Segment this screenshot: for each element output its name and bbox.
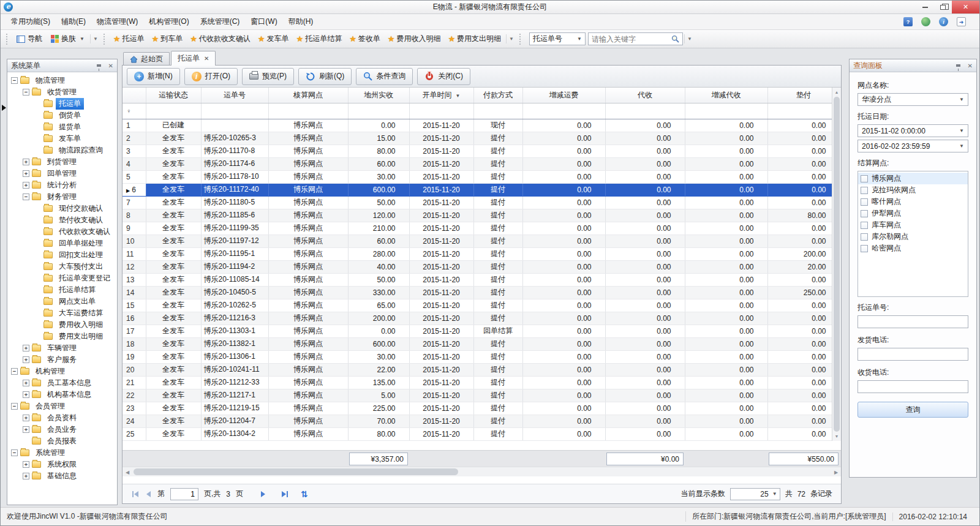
horizontal-scrollbar[interactable]: ◀ ▶ bbox=[123, 467, 841, 476]
minimize-button[interactable] bbox=[916, 1, 934, 13]
tree-item[interactable]: 托运单结算 bbox=[7, 284, 117, 296]
next-page-button[interactable] bbox=[260, 490, 266, 498]
menu-item[interactable]: 系统管理(C) bbox=[195, 14, 246, 29]
tree-expander-icon[interactable]: − bbox=[23, 89, 29, 96]
filter-cell[interactable] bbox=[522, 103, 605, 119]
tree-item[interactable]: +统计分析 bbox=[7, 179, 117, 191]
column-header[interactable]: 地州实收 bbox=[348, 88, 409, 103]
tree-expander-icon[interactable]: − bbox=[11, 77, 18, 84]
tab-close-icon[interactable]: ✕ bbox=[204, 55, 209, 62]
checkbox-icon[interactable] bbox=[861, 175, 868, 182]
table-row[interactable]: 10全发车博乐20-11197-12博乐网点60.002015-11-20提付0… bbox=[123, 235, 832, 247]
scroll-left-icon[interactable]: ◀ bbox=[123, 467, 132, 477]
tree-item[interactable]: 大车运费结算 bbox=[7, 307, 117, 319]
tree-expander-icon[interactable]: + bbox=[23, 182, 29, 189]
filter-query-button[interactable]: 条件查询 bbox=[356, 68, 413, 85]
table-row[interactable]: 21全发车博乐20-11212-33博乐网点135.002015-11-20提付… bbox=[123, 376, 832, 389]
column-header[interactable]: 垫付 bbox=[767, 88, 832, 103]
toolbar-overflow-button[interactable]: ▼ bbox=[90, 34, 100, 43]
tree-item[interactable]: 发车单 bbox=[7, 133, 117, 145]
table-row[interactable]: ▶6全发车博乐20-11172-40博乐网点600.002015-11-20提付… bbox=[123, 183, 832, 196]
column-header[interactable]: 付款方式 bbox=[473, 88, 522, 103]
menu-item[interactable]: 常用功能(S) bbox=[6, 14, 56, 29]
tree-item[interactable]: +系统权限 bbox=[7, 459, 117, 470]
tree-item[interactable]: +车辆管理 bbox=[7, 342, 117, 354]
keyword-search-box[interactable] bbox=[588, 32, 683, 45]
pin-icon[interactable] bbox=[97, 64, 101, 67]
page-number-input[interactable] bbox=[170, 488, 198, 500]
table-row[interactable]: 20全发车博乐20-10241-11博乐网点22.002015-11-20提付0… bbox=[123, 363, 832, 376]
tree-item[interactable]: +基础信息 bbox=[7, 470, 117, 482]
preview-button[interactable]: 预览(P) bbox=[242, 68, 294, 85]
checkbox-icon[interactable] bbox=[861, 210, 868, 217]
tree-item[interactable]: 费用支出明细 bbox=[7, 331, 117, 342]
filter-cell[interactable] bbox=[473, 103, 522, 119]
checkbox-icon[interactable] bbox=[861, 233, 868, 241]
filter-pin-icon[interactable]: ♀ bbox=[125, 107, 131, 115]
filter-cell[interactable] bbox=[685, 103, 767, 119]
settle-option[interactable]: 喀什网点 bbox=[858, 196, 968, 208]
column-header[interactable]: 运输状态 bbox=[146, 88, 201, 103]
tree-item[interactable]: 回扣支出处理 bbox=[7, 249, 117, 261]
favorite-item[interactable]: 签收单 bbox=[345, 32, 384, 46]
refresh-button[interactable]: 刷新(Q) bbox=[298, 68, 352, 85]
close-button[interactable]: ✕ bbox=[952, 1, 979, 13]
search-overflow-button[interactable]: ▼ bbox=[684, 34, 695, 43]
reload-data-icon[interactable]: ⇅ bbox=[301, 489, 308, 499]
previous-page-button[interactable] bbox=[145, 490, 152, 498]
scroll-right-icon[interactable]: ▶ bbox=[831, 467, 841, 477]
favorites-overflow-button[interactable]: ▼ bbox=[506, 34, 516, 43]
tree-expander-icon[interactable]: + bbox=[23, 380, 29, 386]
tree-expander-icon[interactable]: + bbox=[23, 170, 29, 177]
table-row[interactable]: 13全发车博乐20-11085-14博乐网点50.002015-11-20提付0… bbox=[123, 273, 832, 286]
column-header[interactable]: 核算网点 bbox=[268, 88, 348, 103]
menu-item[interactable]: 辅助(E) bbox=[56, 14, 91, 29]
tree-expander-icon[interactable]: + bbox=[23, 159, 29, 165]
table-row[interactable]: 3全发车博乐20-11170-8博乐网点80.002015-11-20提付0.0… bbox=[123, 145, 832, 157]
favorite-item[interactable]: 发车单 bbox=[254, 32, 293, 46]
favorite-item[interactable]: 费用收入明细 bbox=[384, 32, 445, 46]
table-row[interactable]: 23全发车博乐20-11219-15博乐网点225.002015-11-20提付… bbox=[123, 402, 832, 415]
table-row[interactable]: 15全发车博乐20-10262-5博乐网点65.002015-11-20提付0.… bbox=[123, 299, 832, 312]
settle-option[interactable]: 克拉玛依网点 bbox=[858, 184, 968, 196]
tree-item[interactable]: 物流跟踪查询 bbox=[7, 145, 117, 156]
tree-expander-icon[interactable]: − bbox=[11, 449, 18, 456]
new-button[interactable]: + 新增(N) bbox=[127, 68, 180, 85]
horizontal-scroll-thumb[interactable] bbox=[134, 468, 458, 475]
filter-cell[interactable] bbox=[348, 103, 409, 119]
date-from-select[interactable]: 2015-11-02 0:00:00 ▼ bbox=[858, 124, 968, 137]
tree-item[interactable]: +机构基本信息 bbox=[7, 389, 117, 400]
tree-item[interactable]: 垫付收支确认 bbox=[7, 214, 117, 226]
table-row[interactable]: 12全发车博乐20-11194-2博乐网点40.002015-11-20提付0.… bbox=[123, 260, 832, 273]
keyword-search-input[interactable] bbox=[592, 35, 665, 43]
table-row[interactable]: 24全发车博乐20-11204-7博乐网点70.002015-11-20提付0.… bbox=[123, 415, 832, 427]
tree-item[interactable]: −物流管理 bbox=[7, 75, 117, 86]
filter-cell[interactable] bbox=[146, 103, 201, 119]
tree-item[interactable]: 费用收入明细 bbox=[7, 319, 117, 331]
checkbox-icon[interactable] bbox=[861, 187, 868, 194]
waybill-no-input[interactable] bbox=[858, 315, 968, 328]
tree-item[interactable]: 现付交款确认 bbox=[7, 203, 117, 214]
tree-item[interactable]: 代收款收支确认 bbox=[7, 226, 117, 238]
settle-option[interactable]: 库尔勒网点 bbox=[858, 231, 968, 242]
open-button[interactable]: i 打开(O) bbox=[184, 68, 238, 85]
tree-expander-icon[interactable]: + bbox=[23, 461, 29, 468]
table-row[interactable]: 8全发车博乐20-11185-6博乐网点120.002015-11-20提付0.… bbox=[123, 209, 832, 222]
search-icon[interactable] bbox=[671, 35, 679, 43]
tree-expander-icon[interactable]: + bbox=[23, 391, 29, 398]
exit-icon[interactable]: ➜ bbox=[957, 17, 966, 26]
tree-item[interactable]: −财务管理 bbox=[7, 191, 117, 203]
favorite-item[interactable]: 托运单结算 bbox=[292, 32, 345, 46]
settle-option[interactable]: 伊犁网点 bbox=[858, 208, 968, 219]
tree-item[interactable]: −机构管理 bbox=[7, 366, 117, 377]
tree-item[interactable]: +会员资料 bbox=[7, 412, 117, 424]
tree-item[interactable]: 回单单据处理 bbox=[7, 238, 117, 249]
menu-item[interactable]: 机构管理(O) bbox=[143, 14, 194, 29]
table-row[interactable]: 14全发车博乐20-10450-5博乐网点330.002015-11-20提付0… bbox=[123, 286, 832, 299]
tree-item[interactable]: +会员业务 bbox=[7, 424, 117, 435]
filter-cell[interactable] bbox=[409, 103, 473, 119]
column-header[interactable]: 增减运费 bbox=[522, 88, 605, 103]
search-field-select[interactable]: 托运单号 ▼ bbox=[529, 32, 586, 45]
tree-item[interactable]: −系统管理 bbox=[7, 447, 117, 459]
tree-expander-icon[interactable]: − bbox=[11, 403, 18, 410]
